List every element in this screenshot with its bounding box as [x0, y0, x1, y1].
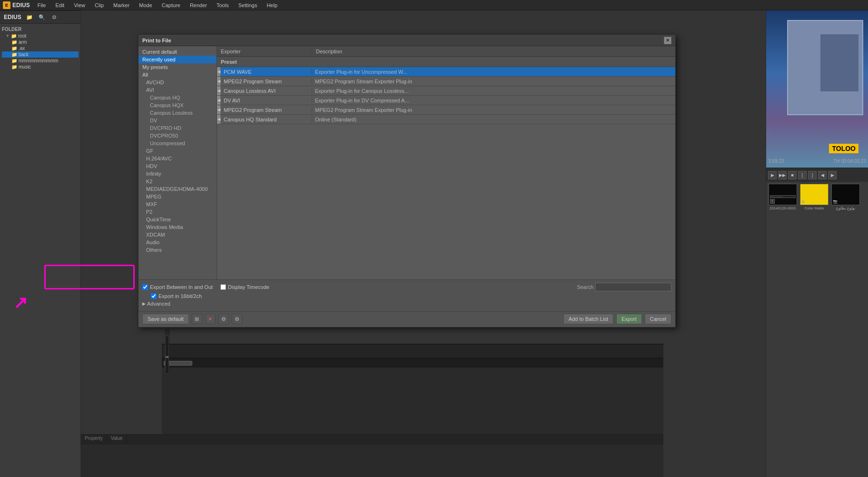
timecode-right: TH 00:04:03:23 [833, 159, 866, 164]
thumb-label-1: Color Matte [804, 206, 824, 210]
dlg-item-quicktime[interactable]: QuickTime [138, 216, 217, 223]
paste-button[interactable]: ⚙ [232, 314, 242, 324]
preview-toloo-text: TOLOO [829, 144, 858, 153]
exporter-row-2[interactable]: ◀ Canopus Lossless AVI Exporter Plug-in … [217, 86, 675, 96]
advanced-row: ▶ Advanced [142, 301, 671, 307]
tree-item-music[interactable]: 📁 music [2, 64, 79, 70]
menu-edit[interactable]: Edit [53, 2, 66, 8]
dlg-item-avchd[interactable]: AVCHD [138, 79, 217, 86]
search-input[interactable] [595, 283, 671, 291]
mark-out-button[interactable]: ] [808, 171, 817, 179]
dlg-item-mpeg[interactable]: MPEG [138, 193, 217, 200]
menu-capture[interactable]: Capture [160, 2, 182, 8]
save-default-button[interactable]: Save as default [142, 314, 189, 324]
exporter-row-0[interactable]: ◀ PCM WAVE Exporter Plug-in for Uncompre… [217, 67, 675, 77]
exporter-row-5[interactable]: ◀ Canopus HQ Standard Online (Standard) [217, 115, 675, 124]
transport-bar: ▶ ▶▶ ■ [ ] ◀ ▶ [766, 168, 868, 182]
next-button[interactable]: ▶ [828, 171, 837, 179]
export-between-checkbox[interactable]: Export Between In and Out [142, 284, 213, 290]
thumb-label-2: نولوع بطلوع [836, 206, 855, 210]
play-button[interactable]: ▶ [768, 171, 777, 179]
advanced-toggle[interactable]: ▶ Advanced [142, 301, 170, 307]
tree-item-root[interactable]: ▼ 📁 root [2, 33, 79, 39]
grid-view-button[interactable]: ⊞ [192, 314, 202, 324]
menu-clip[interactable]: Clip [93, 2, 106, 8]
exporter-row-1[interactable]: ◀ MPEG2 Program Stream MPEG2 Program Str… [217, 77, 675, 86]
thumb-image-2[interactable]: 📷 [831, 184, 860, 205]
mark-in-button[interactable]: [ [798, 171, 807, 179]
export-between-input[interactable] [142, 284, 148, 290]
dlg-item-all[interactable]: All [138, 71, 217, 79]
timecode-prefix: TH [833, 159, 839, 164]
dlg-item-gf[interactable]: GF [138, 147, 217, 155]
dlg-item-audio[interactable]: Audio [138, 238, 217, 246]
copy-button[interactable]: ⚙ [218, 314, 229, 324]
stop-button[interactable]: ■ [788, 171, 797, 179]
export-16bit-input[interactable] [151, 293, 157, 299]
timecode2-value: 00:04:03:23 [841, 159, 866, 164]
thumb-image-0[interactable]: T ────── [769, 184, 797, 205]
dlg-item-xdcam[interactable]: XDCAM [138, 231, 217, 238]
tree-item-mmm[interactable]: 📁 mmmmmmmmmm [2, 58, 79, 64]
search-button[interactable]: 🔍 [38, 13, 46, 21]
dlg-item-dvcpro50[interactable]: DVCPRO50 [138, 132, 217, 139]
dlg-item-k2[interactable]: K2 [138, 178, 217, 185]
menu-view[interactable]: View [72, 2, 87, 8]
tree-label-music: music [19, 64, 31, 70]
menu-help[interactable]: Help [265, 2, 279, 8]
row-description-2: Exporter Plug-in for Canopus Lossless... [312, 88, 675, 94]
dlg-item-current-default[interactable]: Current default [138, 48, 217, 56]
menu-mode[interactable]: Mode [137, 2, 154, 8]
menu-settings[interactable]: Settings [237, 2, 259, 8]
tree-item-back[interactable]: 📁 back [2, 51, 79, 58]
display-timecode-checkbox[interactable]: Display Timecode [220, 284, 269, 290]
fast-forward-button[interactable]: ▶▶ [778, 171, 787, 179]
dlg-item-dv[interactable]: DV [138, 117, 217, 124]
display-timecode-input[interactable] [220, 284, 226, 290]
menu-file[interactable]: File [36, 2, 48, 8]
dlg-item-h264[interactable]: H.264/AVC [138, 155, 217, 162]
row-exporter-2: Canopus Lossless AVI [221, 88, 312, 94]
preset-bar: Preset [217, 57, 675, 67]
folder-header: FOLDER [2, 26, 79, 33]
dlg-item-avi[interactable]: AVI [138, 86, 217, 94]
row-description-3: Exporter Plug-in for DV Compressed A... [312, 98, 675, 103]
cancel-button[interactable]: Cancel [645, 314, 671, 324]
dlg-item-hdv[interactable]: HDV [138, 162, 217, 170]
dlg-item-others[interactable]: Others [138, 246, 217, 254]
tree-item-ax[interactable]: 📁 .ax [2, 45, 79, 51]
folder-arm-icon: 📁 [11, 40, 17, 45]
exporter-row-4[interactable]: ◀ MPEG2 Program Stream MPEG2 Program Str… [217, 105, 675, 115]
options-row2: Export in 16bit/2ch [142, 293, 671, 299]
dlg-item-p2[interactable]: P2 [138, 208, 217, 216]
preview-area: TOLOO 3:59:23 TH 00:04:03:23 [766, 10, 868, 168]
thumb-image-1[interactable]: ▦ [800, 184, 829, 205]
prev-button[interactable]: ◀ [818, 171, 827, 179]
dlg-item-recently-used[interactable]: Recently used [138, 56, 217, 63]
dlg-item-canopus-hq[interactable]: Canopus HQ [138, 94, 217, 101]
dlg-item-dvcpro-hd[interactable]: DVCPRO HD [138, 124, 217, 132]
dlg-item-mxf[interactable]: MXF [138, 200, 217, 208]
col-exporter: Exporter [217, 49, 312, 54]
dlg-item-canopus-lossless[interactable]: Canopus Lossless [138, 109, 217, 117]
tree-item-arm[interactable]: 📁 arm [2, 39, 79, 45]
dlg-item-infinity[interactable]: Infinity [138, 170, 217, 178]
dlg-item-canopus-hqx[interactable]: Canopus HQX [138, 101, 217, 109]
add-batch-button[interactable]: Add to Batch List [563, 314, 613, 324]
new-bin-button[interactable]: 📁 [25, 13, 34, 21]
menu-marker[interactable]: Marker [111, 2, 131, 8]
exporter-row-3[interactable]: ◀ DV AVI Exporter Plug-in for DV Compres… [217, 96, 675, 105]
dialog-right-panel: Exporter Description Preset ◀ PCM WAVE E… [217, 46, 675, 279]
delete-button[interactable]: ✕ [205, 314, 216, 324]
settings-button[interactable]: ⚙ [50, 13, 59, 21]
dlg-item-windows-media[interactable]: Windows Media [138, 223, 217, 231]
dlg-item-uncompressed[interactable]: Uncompressed [138, 139, 217, 147]
dlg-item-mediaedge[interactable]: MEDIAEDGE/HDMA-4000 [138, 185, 217, 193]
dlg-item-my-presets[interactable]: My presets [138, 63, 217, 71]
dialog-close-button[interactable]: ✕ [664, 37, 671, 44]
thumb-icon-2: 📷 [833, 199, 838, 204]
export-button[interactable]: Export [616, 314, 642, 324]
export-16bit-checkbox[interactable]: Export in 16bit/2ch [142, 293, 202, 299]
menu-tools[interactable]: Tools [215, 2, 231, 8]
menu-render[interactable]: Render [188, 2, 209, 8]
